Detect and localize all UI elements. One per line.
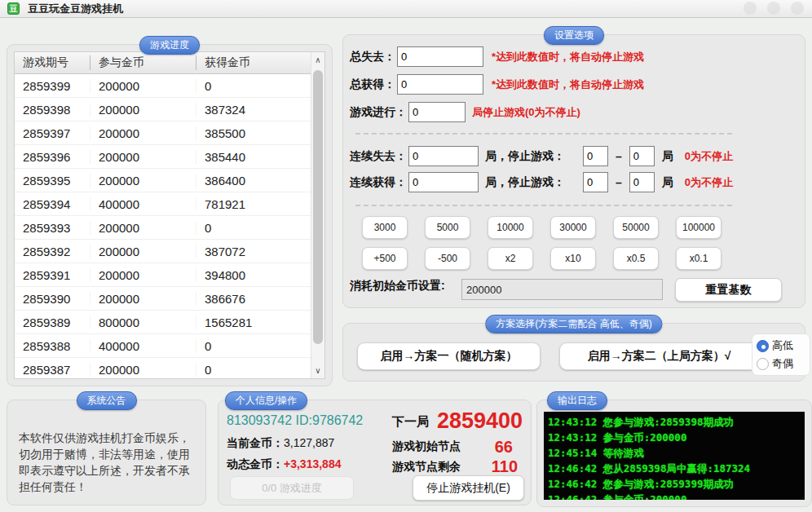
table-row[interactable]: 2859392200000387072 (15, 240, 311, 263)
total-gain-input[interactable] (397, 74, 483, 95)
amount-buttons-row: 30005000100003000050000100000 (362, 216, 722, 239)
table-row[interactable]: 2859396200000385440 (15, 145, 311, 169)
table-row[interactable]: 28593872000000 (15, 358, 311, 378)
personal-panel: 个人信息/操作 813093742 ID:9786742 当前金币：3,127,… (218, 399, 532, 505)
stop-button[interactable]: 停止游戏挂机(E) (413, 475, 524, 501)
log-line: 12:46:42 您从2859398局中赢得:187324 (548, 461, 801, 476)
announcement-text: 本软件仅供游戏挂机打金币娱乐，切勿用于赌博，非法等用途，使用即表示遵守以上所述，… (19, 430, 196, 495)
amount-button-10000[interactable]: 10000 (488, 216, 533, 239)
streak-gain-note: 0为不停止 (685, 175, 733, 190)
modifier-button-x2[interactable]: x2 (488, 247, 533, 270)
cell-period: 2859393 (15, 221, 90, 235)
scroll-down-icon[interactable]: ∨ (311, 366, 324, 375)
modifier-button-500[interactable]: +500 (362, 247, 408, 270)
next-round-label: 下一局 (392, 414, 429, 430)
amount-button-3000[interactable]: 3000 (362, 216, 408, 239)
log-panel: 输出日志 12:43:12 您参与游戏:2859398期成功12:43:12 参… (536, 399, 812, 507)
log-line: 12:46:42 参与金币:200000 (548, 492, 801, 500)
radio-odd-even[interactable]: 奇偶 (757, 356, 805, 371)
modifier-button-x01[interactable]: x0.1 (676, 247, 722, 270)
cell-won: 394800 (196, 268, 311, 282)
reset-base-button[interactable]: 重置基数 (675, 278, 782, 302)
table-row[interactable]: 2859397200000385500 (15, 121, 311, 145)
base-coin-label: 消耗初始金币设置: (350, 279, 445, 294)
personal-badge: 个人信息/操作 (225, 391, 307, 410)
close-icon[interactable] (791, 2, 804, 15)
plan2-button[interactable]: 启用→方案二（上局方案）√ (559, 342, 759, 370)
streak-gain-from-input[interactable] (583, 172, 608, 192)
amount-button-5000[interactable]: 5000 (425, 216, 470, 239)
modifier-button-x05[interactable]: x0.5 (613, 247, 659, 270)
settings-panel: 设置选项 总失去： *达到此数值时，将自动停止游戏 总获得： *达到此数值时，将… (342, 34, 805, 308)
table-row[interactable]: 2859398200000387324 (15, 98, 311, 121)
radio-odd-even-label: 奇偶 (772, 356, 793, 371)
window-controls (744, 2, 804, 15)
cell-period: 2859394 (15, 197, 90, 211)
streak-lose-from-input[interactable] (583, 146, 608, 166)
maximize-icon[interactable] (767, 2, 780, 15)
scheme-badge: 方案选择(方案二需配合 高低、奇偶) (485, 315, 662, 333)
base-coin-input[interactable] (461, 279, 663, 300)
table-row[interactable]: 2859394400000781921 (15, 192, 311, 216)
next-round-value: 2859400 (437, 408, 523, 434)
header-cell-bet: 参与金币 (90, 55, 196, 70)
cell-bet: 200000 (90, 126, 196, 140)
streak-gain-to-input[interactable] (629, 172, 655, 192)
streak-gain-unit: 局 (662, 175, 673, 190)
cell-period: 2859397 (15, 126, 90, 140)
cell-bet: 200000 (90, 103, 196, 117)
radio-high-low-label: 高低 (772, 338, 793, 353)
table-scrollbar[interactable]: ∧ ∨ (311, 52, 324, 378)
scroll-thumb[interactable] (313, 70, 323, 344)
total-lose-note: *达到此数值时，将自动停止游戏 (492, 50, 644, 64)
app-icon: 豆 (7, 2, 20, 15)
table-row[interactable]: 2859390200000386676 (15, 287, 311, 311)
cell-won: 0 (196, 339, 311, 353)
streak-lose-to-input[interactable] (629, 146, 655, 166)
table-row[interactable]: 28593992000000 (15, 74, 311, 98)
total-gain-label: 总获得： (350, 77, 395, 92)
table-row[interactable]: 2859391200000394800 (15, 263, 311, 287)
rounds-label: 游戏进行： (350, 105, 407, 120)
scroll-up-icon[interactable]: ∧ (311, 55, 324, 64)
rounds-input[interactable] (408, 102, 466, 122)
dynamic-coin-row: 动态金币：+3,313,884 (227, 457, 341, 472)
log-line: 12:43:12 您参与游戏:2859398期成功 (548, 414, 801, 430)
total-lose-input[interactable] (397, 46, 483, 67)
node-start-label: 游戏初始节点 (392, 439, 461, 454)
current-coin-value: 3,127,887 (284, 436, 334, 449)
table-row[interactable]: 2859395200000386400 (15, 169, 311, 192)
cell-won: 385440 (196, 150, 311, 164)
modifier-button-500[interactable]: -500 (425, 247, 470, 270)
streak-lose-input[interactable] (408, 146, 479, 166)
plan1-button[interactable]: 启用→方案一（随机方案） (357, 342, 541, 370)
streak-gain-input[interactable] (408, 172, 479, 192)
progress-button[interactable]: 0/0 游戏进度 (230, 476, 354, 500)
minimize-icon[interactable] (744, 2, 757, 15)
radio-high-low[interactable]: 高低 (757, 338, 805, 353)
amount-button-50000[interactable]: 50000 (613, 216, 659, 239)
table-row[interactable]: 28593884000000 (15, 334, 311, 358)
table-row[interactable]: 28593898000001565281 (15, 311, 311, 334)
cell-period: 2859396 (15, 150, 90, 164)
cell-bet: 400000 (90, 197, 196, 211)
header-cell-period: 游戏期号 (15, 55, 90, 70)
amount-button-100000[interactable]: 100000 (676, 216, 722, 239)
streak-lose-unit: 局 (662, 149, 673, 164)
amount-button-30000[interactable]: 30000 (550, 216, 596, 239)
current-coin-row: 当前金币：3,127,887 (227, 436, 334, 451)
cell-won: 0 (196, 363, 311, 377)
console-output: 12:43:12 您参与游戏:2859398期成功12:43:12 参与金币:2… (544, 412, 805, 500)
modifier-button-x10[interactable]: x10 (550, 247, 596, 270)
game-progress-badge: 游戏进度 (139, 36, 200, 55)
node-start-value: 66 (495, 438, 513, 457)
dashed-separator-2 (355, 205, 732, 206)
titlebar: 豆 豆豆玩金豆游戏挂机 (0, 0, 812, 18)
cell-period: 2859392 (15, 245, 90, 258)
cell-bet: 200000 (90, 174, 196, 188)
streak-lose-mid-label: 局，停止游戏： (485, 149, 565, 164)
table-row[interactable]: 28593932000000 (15, 216, 311, 240)
cell-period: 2859395 (15, 174, 90, 188)
node-left-value: 110 (492, 457, 518, 476)
cell-won: 385500 (196, 126, 311, 140)
